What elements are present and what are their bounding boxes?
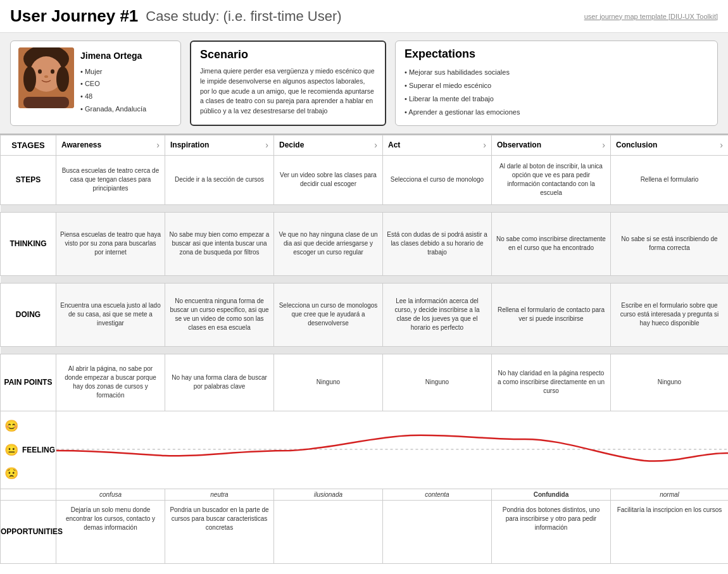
expectations-list: • Mejorar sus habilidades sociales • Sup…: [405, 66, 708, 119]
thinking-1: No sabe muy bien como empezar a buscar a…: [165, 212, 274, 275]
painpoints-row: PAIN POINTS Al abrir la página, no sabe …: [1, 354, 729, 411]
feeling-label-2: ilusionada: [274, 489, 383, 500]
painpoints-0: Al abrir la página, no sabe por donde em…: [56, 354, 165, 411]
observation-chevron: ›: [602, 140, 605, 150]
page-subtitle: Case study: (i.e. first-time User): [146, 8, 341, 25]
thinking-2: Ve que no hay ninguna clase de un dia as…: [274, 212, 383, 275]
page-title-main: User Journey #1: [10, 6, 138, 26]
doing-label: DOING: [1, 283, 56, 346]
scenario-title: Scenario: [200, 48, 376, 61]
thinking-label: THINKING: [1, 212, 56, 275]
persona-detail-mujer: • Mujer: [80, 66, 146, 78]
stage-inspiration-label: Inspiration: [170, 140, 209, 149]
spacer-1: [1, 204, 729, 212]
steps-3: Selecciona el curso de monologo: [383, 155, 492, 204]
steps-2: Ver un video sobre las clases para decid…: [274, 155, 383, 204]
opportunities-0: Dejaría un solo menu donde encontrar los…: [56, 500, 165, 563]
stage-act: Act ›: [383, 135, 492, 155]
exp-item-0: • Mejorar sus habilidades sociales: [405, 66, 708, 79]
stage-decide-label: Decide: [279, 140, 304, 149]
thinking-0: Piensa escuelas de teatro que haya visto…: [56, 212, 165, 275]
svg-point-7: [23, 66, 36, 92]
exp-item-1: • Superar el miedo escénico: [405, 79, 708, 92]
steps-label: STEPS: [1, 155, 56, 204]
svg-rect-6: [23, 97, 69, 108]
persona-detail-ceo: • CEO: [80, 78, 146, 90]
scenario-card: Scenario Jimena quiere perder esa vergüe…: [190, 41, 386, 126]
decide-chevron: ›: [374, 140, 377, 150]
stage-conclusion-label: Conclusion: [616, 140, 657, 149]
spacer-3: [1, 346, 729, 354]
persona-detail-age: • 48: [80, 90, 146, 103]
stage-observation: Observation ›: [492, 135, 611, 155]
sad-emoji: 😟: [4, 466, 18, 480]
stages-label: STAGES: [1, 135, 56, 155]
opportunities-label: OPPORTUNITIES: [1, 500, 56, 563]
feeling-label-0: confusa: [56, 489, 165, 500]
svg-point-4: [51, 70, 54, 74]
painpoints-4: No hay claridad en la página respecto a …: [492, 354, 611, 411]
feeling-label-text: FEELING: [22, 446, 55, 454]
doing-0: Encuentra una escuela justo al lado de s…: [56, 283, 165, 346]
steps-0: Busca escuelas de teatro cerca de casa q…: [56, 155, 165, 204]
opportunities-2: [274, 500, 383, 563]
opportunities-4: Pondria dos botones distintos, uno para …: [492, 500, 611, 563]
expectations-card: Expectations • Mejorar sus habilidades s…: [395, 41, 718, 126]
stage-awareness-label: Awareness: [61, 140, 101, 149]
expectations-title: Expectations: [405, 47, 708, 61]
thinking-4: No sabe como inscribirse directamente en…: [492, 212, 611, 275]
painpoints-3: Ninguno: [383, 354, 492, 411]
steps-1: Decide ir a la sección de cursos: [165, 155, 274, 204]
exp-item-2: • Liberar la mente del trabajo: [405, 92, 708, 106]
svg-point-5: [44, 75, 48, 78]
persona-details: • Mujer • CEO • 48 • Granada, Andalucía: [80, 66, 146, 116]
doing-5: Escribe en el formulario sobre que curso…: [611, 283, 729, 346]
feeling-label-1: neutra: [165, 489, 274, 500]
painpoints-5: Ninguno: [611, 354, 729, 411]
header-link[interactable]: user journey map template [DIU-UX Toolki…: [584, 13, 718, 20]
opportunities-1: Pondria un buscador en la parte de curso…: [165, 500, 274, 563]
svg-point-3: [38, 70, 42, 74]
stage-decide: Decide ›: [274, 135, 383, 155]
steps-5: Rellena el formulario: [611, 155, 729, 204]
neutral-emoji: 😐: [4, 443, 18, 457]
stages-row: STAGES Awareness › Inspiration › Decide …: [1, 135, 729, 155]
journey-table: STAGES Awareness › Inspiration › Decide …: [0, 135, 728, 564]
doing-1: No encuentra ninguna forma de buscar un …: [165, 283, 274, 346]
stage-awareness: Awareness ›: [56, 135, 165, 155]
scenario-text: Jimena quiere perder esa vergüenza y mie…: [200, 66, 376, 116]
conclusion-chevron: ›: [720, 140, 723, 150]
act-chevron: ›: [483, 140, 486, 150]
doing-2: Selecciona un curso de monologos que cre…: [274, 283, 383, 346]
feeling-label-cell: 😊 😐 FEELING 😟: [1, 411, 56, 489]
svg-point-8: [56, 66, 69, 92]
feeling-label-4: Confundida: [492, 489, 611, 500]
feeling-labels-empty: [1, 489, 56, 500]
persona-card: Jimena Ortega • Mujer • CEO • 48 • Grana…: [10, 41, 181, 126]
feeling-label-3: contenta: [383, 489, 492, 500]
inspiration-chevron: ›: [265, 140, 268, 150]
awareness-chevron: ›: [156, 140, 160, 150]
feeling-chart-cell: [56, 411, 729, 489]
thinking-5: No sabe si se está inscribiendo de forma…: [611, 212, 729, 275]
stage-observation-label: Observation: [497, 140, 541, 149]
steps-4: Al darle al boton de inscribir, la unica…: [492, 155, 611, 204]
painpoints-label: PAIN POINTS: [1, 354, 56, 411]
feeling-label-5: normal: [611, 489, 729, 500]
opportunities-row: OPPORTUNITIES Dejaría un solo menu donde…: [1, 500, 729, 563]
doing-row: DOING Encuentra una escuela justo al lad…: [1, 283, 729, 346]
thinking-row: THINKING Piensa escuelas de teatro que h…: [1, 212, 729, 275]
happy-emoji: 😊: [4, 419, 18, 433]
doing-3: Lee la información acerca del curso, y d…: [383, 283, 492, 346]
persona-photo: [18, 47, 74, 108]
exp-item-3: • Aprender a gestionar las emociones: [405, 106, 708, 119]
steps-row: STEPS Busca escuelas de teatro cerca de …: [1, 155, 729, 204]
spacer-2: [1, 275, 729, 283]
opportunities-3: [383, 500, 492, 563]
painpoints-2: Ninguno: [274, 354, 383, 411]
feeling-labels-row: confusa neutra ilusionada contenta Confu…: [1, 489, 729, 500]
opportunities-5: Facilitaría la inscripcion en los cursos: [611, 500, 729, 563]
feeling-row: 😊 😐 FEELING 😟: [1, 411, 729, 489]
feeling-chart-svg: [56, 411, 728, 487]
painpoints-1: No hay una forma clara de buscar por pal…: [165, 354, 274, 411]
